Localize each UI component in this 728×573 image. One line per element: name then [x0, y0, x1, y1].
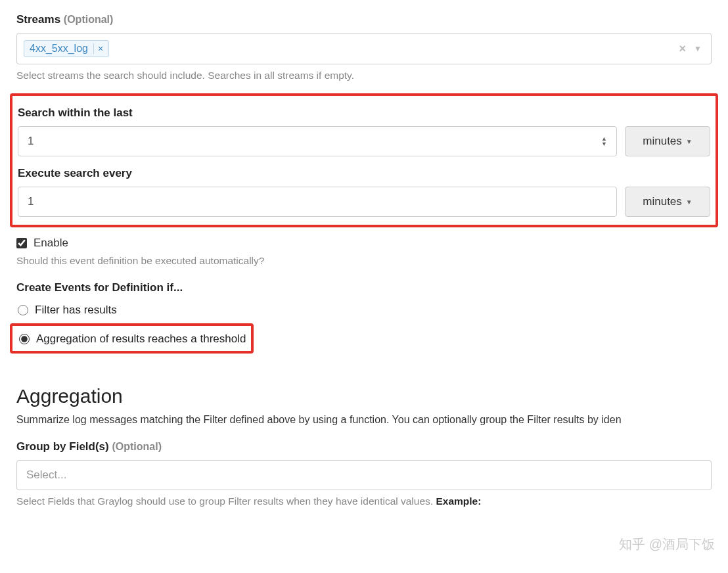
execute-every-label: Execute search every	[18, 167, 710, 180]
streams-group: Streams (Optional) 4xx_5xx_log × × ▼ Sel…	[16, 13, 712, 81]
stream-tag-label: 4xx_5xx_log	[30, 43, 88, 55]
highlight-box-aggregation: Aggregation of results reaches a thresho…	[10, 323, 254, 354]
enable-label: Enable	[34, 237, 68, 250]
group-by-group: Group by Field(s) (Optional) Select... S…	[16, 440, 712, 507]
group-by-help-bold: Example:	[436, 495, 481, 507]
chevron-down-icon[interactable]: ▼	[691, 44, 704, 53]
search-within-row: ▲ ▼ minutes ▼	[18, 126, 710, 156]
group-by-optional: (Optional)	[112, 441, 162, 452]
radio-aggregation-label: Aggregation of results reaches a thresho…	[36, 332, 246, 346]
search-within-unit-label: minutes	[643, 135, 682, 148]
group-by-help-text: Select Fields that Graylog should use to…	[16, 495, 436, 507]
caret-down-icon: ▼	[686, 138, 693, 145]
group-by-label-text: Group by Field(s)	[16, 440, 109, 453]
highlight-box-timerange: Search within the last ▲ ▼ minutes ▼ Exe…	[10, 93, 718, 227]
spin-down-icon[interactable]: ▼	[601, 141, 607, 147]
execute-every-input[interactable]	[28, 195, 607, 208]
radio-filter-label: Filter has results	[35, 304, 117, 317]
radio-agg-row: Aggregation of results reaches a thresho…	[19, 332, 246, 346]
enable-help: Should this event definition be executed…	[16, 255, 712, 267]
radio-aggregation[interactable]	[19, 334, 30, 344]
stream-tag: 4xx_5xx_log ×	[24, 40, 109, 57]
caret-down-icon: ▼	[686, 198, 693, 206]
radio-filter-row: Filter has results	[18, 304, 712, 317]
aggregation-heading: Aggregation	[16, 385, 712, 407]
search-within-unit[interactable]: minutes ▼	[625, 126, 710, 156]
clear-icon[interactable]: ×	[674, 42, 692, 56]
execute-every-input-wrap[interactable]	[18, 187, 617, 217]
streams-optional: (Optional)	[64, 14, 114, 25]
search-within-input[interactable]	[28, 135, 601, 148]
search-within-spinner[interactable]: ▲ ▼	[601, 136, 607, 147]
create-events-title: Create Events for Definition if...	[16, 281, 712, 294]
group-by-select[interactable]: Select...	[16, 460, 712, 490]
enable-checkbox[interactable]	[16, 238, 27, 248]
aggregation-desc: Summarize log messages matching the Filt…	[16, 414, 712, 426]
streams-label: Streams (Optional)	[16, 13, 712, 26]
search-within-label: Search within the last	[18, 106, 710, 120]
radio-filter[interactable]	[18, 305, 28, 315]
search-within-group: Search within the last ▲ ▼ minutes ▼	[18, 106, 710, 156]
streams-help: Select streams the search should include…	[16, 70, 712, 81]
group-by-label: Group by Field(s) (Optional)	[16, 440, 712, 453]
streams-label-text: Streams	[16, 13, 60, 26]
execute-every-unit-label: minutes	[643, 195, 682, 208]
search-within-input-wrap[interactable]: ▲ ▼	[18, 126, 617, 156]
tag-remove-icon[interactable]: ×	[93, 43, 103, 54]
streams-select[interactable]: 4xx_5xx_log × × ▼	[16, 33, 712, 64]
group-by-help: Select Fields that Graylog should use to…	[16, 495, 712, 507]
enable-row: Enable	[16, 237, 712, 250]
execute-every-unit[interactable]: minutes ▼	[625, 187, 710, 217]
execute-every-group: Execute search every minutes ▼	[18, 167, 710, 217]
execute-every-row: minutes ▼	[18, 187, 710, 217]
